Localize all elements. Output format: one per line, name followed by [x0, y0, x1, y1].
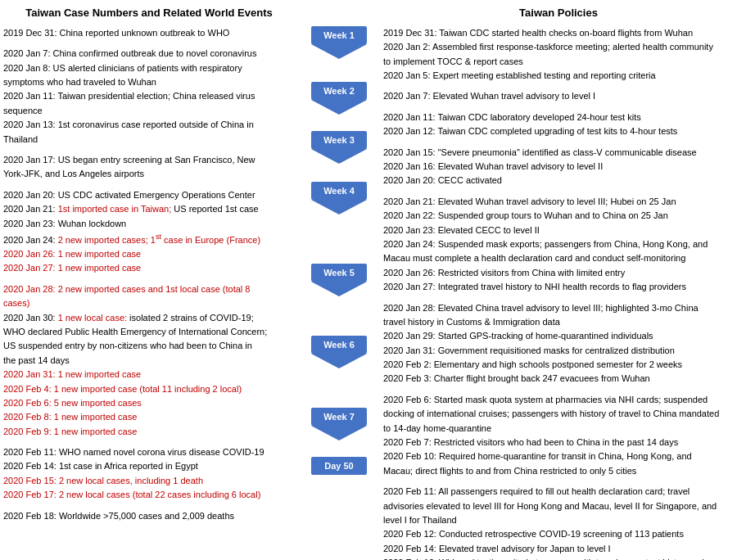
- left-s2-l2: 2020 Jan 8: US alerted clinicians of pat…: [3, 62, 295, 75]
- r8-l4: 2020 Feb 12: Conducted retrospective COV…: [383, 528, 734, 540]
- r7-l2: docking of international cruises; passen…: [383, 408, 734, 420]
- left-s6-l4: 2020 Feb 17: 2 new local cases (total 22…: [3, 489, 295, 501]
- r5-l5: Macau must complete a health declaration…: [383, 252, 734, 264]
- week-item-4: Week 4: [311, 182, 367, 215]
- right-section-4: 2020 Jan 15: "Severe pneumonia" identifi…: [383, 147, 734, 187]
- left-s2-l5: sequence: [3, 105, 295, 117]
- week-box-7: Week 7: [311, 408, 367, 426]
- left-s2-l6: 2020 Jan 13: 1st coronavirus case report…: [3, 119, 295, 131]
- r6-l2: travel history in Customs & Immigration …: [383, 316, 734, 328]
- left-title: Taiwan Case Numbers and Related World Ev…: [3, 7, 295, 20]
- r5-l6: 2020 Jan 26: Restricted visitors from Ch…: [383, 267, 734, 279]
- week-box-2: Week 2: [311, 82, 367, 100]
- arrow-1: [311, 44, 367, 59]
- r5-l1: 2020 Jan 21: Elevated Wuhan travel advis…: [383, 196, 734, 208]
- right-section-1: 2019 Dec 31: Taiwan CDC started health c…: [383, 27, 734, 83]
- r7-l6: Macau; direct flights to and from China …: [383, 465, 734, 477]
- week-item-3: Week 3: [311, 131, 367, 164]
- r8-l1: 2020 Feb 11: All passengers required to …: [383, 485, 734, 498]
- left-s6-l2: 2020 Feb 14: 1st case in Africa reported…: [3, 460, 295, 472]
- arrow-6: [311, 354, 367, 368]
- left-s5-l3: 2020 Jan 30: 1 new local case: isolated …: [3, 312, 295, 324]
- center-panel: Week 1 Week 2 Week 3 Week 4 Week 5: [298, 7, 380, 560]
- r4-l2: 2020 Jan 16: Elevated Wuhan travel advis…: [383, 160, 734, 173]
- arrow-4: [311, 200, 367, 215]
- left-section-3: 2020 Jan 17: US began entry screening at…: [3, 154, 295, 181]
- right-section-3: 2020 Jan 11: Taiwan CDC laboratory devel…: [383, 111, 734, 138]
- left-s5-l6: the past 14 days: [3, 355, 295, 367]
- red-text-1: 1st imported case in Taiwan;: [58, 204, 172, 214]
- right-section-5: 2020 Jan 21: Elevated Wuhan travel advis…: [383, 196, 734, 294]
- r5-l4: 2020 Jan 24: Suspended mask exports; pas…: [383, 238, 734, 251]
- red-text-6: cases): [3, 298, 29, 308]
- r6-l3: 2020 Jan 29: Started GPS-tracking of hom…: [383, 330, 734, 342]
- r8-l2: advisories elevated to level III for Hon…: [383, 500, 734, 513]
- r1-l2: 2020 Jan 2: Assembled first response-tas…: [383, 41, 734, 53]
- right-section-7: 2020 Feb 6: Started mask quota system at…: [383, 394, 734, 477]
- r1-l1: 2019 Dec 31: Taiwan CDC started health c…: [383, 27, 734, 39]
- right-section-8: 2020 Feb 11: All passengers required to …: [383, 485, 734, 560]
- red-text-12: 2020 Feb 9: 1 new imported case: [3, 427, 137, 436]
- left-s2-l1: 2020 Jan 7: China confirmed outbreak due…: [3, 47, 295, 60]
- r1-l3: to implement TOCC & report cases: [383, 56, 734, 68]
- red-text-4: 2020 Jan 27: 1 new imported case: [3, 263, 141, 273]
- left-s3-l2: York-JFK, and Los Angeles airports: [3, 168, 295, 180]
- left-s3-l1: 2020 Jan 17: US began entry screening at…: [3, 154, 295, 166]
- arrow-5: [311, 282, 367, 296]
- right-panel: Taiwan Policies 2019 Dec 31: Taiwan CDC …: [380, 7, 734, 560]
- red-text-5: 2020 Jan 28: 2 new imported cases and 1s…: [3, 284, 250, 294]
- left-section-5: 2020 Jan 28: 2 new imported cases and 1s…: [3, 283, 295, 438]
- r3-l1: 2020 Jan 11: Taiwan CDC laboratory devel…: [383, 111, 734, 124]
- week-item-2: Week 2: [311, 82, 367, 115]
- red-text-7: 1 new local case:: [58, 313, 127, 323]
- r2-l1: 2020 Jan 7: Elevated Wuhan travel adviso…: [383, 90, 734, 102]
- left-s1-l1: 2019 Dec 31: China reported unknown outb…: [3, 27, 295, 39]
- right-section-2: 2020 Jan 7: Elevated Wuhan travel adviso…: [383, 90, 734, 102]
- left-s4-l4: 2020 Jan 24: 2 new imported cases; 1st c…: [3, 232, 295, 246]
- week-item-6: Week 6: [311, 336, 367, 368]
- red-text-2: 2 new imported cases; 1st case in Europe…: [58, 235, 260, 245]
- arrow-3: [311, 149, 367, 164]
- day50-box: Day 50: [311, 457, 367, 475]
- left-s4-l6: 2020 Jan 27: 1 new imported case: [3, 262, 295, 274]
- r4-l1: 2020 Jan 15: "Severe pneumonia" identifi…: [383, 147, 734, 159]
- r7-l4: 2020 Feb 7: Restricted visitors who had …: [383, 436, 734, 449]
- left-s5-l10: 2020 Feb 8: 1 new imported case: [3, 411, 295, 423]
- r6-l5: 2020 Feb 2: Elementary and high schools …: [383, 359, 734, 371]
- r8-l3: level I for Thailand: [383, 514, 734, 526]
- right-title: Taiwan Policies: [383, 7, 734, 20]
- left-s4-l5: 2020 Jan 26: 1 new imported case: [3, 248, 295, 260]
- arrow-7: [311, 426, 367, 440]
- main-container: Taiwan Case Numbers and Related World Ev…: [0, 0, 737, 560]
- left-s5-l1: 2020 Jan 28: 2 new imported cases and 1s…: [3, 283, 295, 296]
- red-text-14: 2020 Feb 17: 2 new local cases (total 22…: [3, 490, 260, 499]
- left-section-6: 2020 Feb 11: WHO named novel corona viru…: [3, 446, 295, 502]
- r7-l3: to 14-day home-quarantine: [383, 422, 734, 435]
- red-text-10: 2020 Feb 6: 5 new imported cases: [3, 398, 142, 408]
- left-s4-l3: 2020 Jan 23: Wuhan lockdown: [3, 218, 295, 230]
- left-panel: Taiwan Case Numbers and Related World Ev…: [3, 7, 298, 560]
- left-s5-l8: 2020 Feb 4: 1 new imported case (total 1…: [3, 383, 295, 395]
- week-box-5: Week 5: [311, 264, 367, 282]
- left-s6-l1: 2020 Feb 11: WHO named novel corona viru…: [3, 446, 295, 458]
- left-s5-l2: cases): [3, 297, 295, 309]
- week-box-4: Week 4: [311, 182, 367, 200]
- red-text-11: 2020 Feb 8: 1 new imported case: [3, 412, 137, 422]
- left-s5-l7: 2020 Jan 31: 1 new imported case: [3, 368, 295, 381]
- left-s4-l2: 2020 Jan 21: 1st imported case in Taiwan…: [3, 203, 295, 215]
- r7-l5: 2020 Feb 10: Required home-quarantine fo…: [383, 450, 734, 463]
- r3-l2: 2020 Jan 12: Taiwan CDC completed upgrad…: [383, 125, 734, 138]
- left-s5-l5: US suspended entry by non-citizens who h…: [3, 340, 295, 352]
- left-s5-l11: 2020 Feb 9: 1 new imported case: [3, 426, 295, 438]
- r8-l5: 2020 Feb 14: Elevated travel advisory fo…: [383, 543, 734, 555]
- red-text-3: 2020 Jan 26: 1 new imported case: [3, 249, 141, 259]
- left-s2-l4: 2020 Jan 11: Taiwan presidential electio…: [3, 90, 295, 102]
- week-box-3: Week 3: [311, 131, 367, 149]
- r4-l3: 2020 Jan 20: CECC activated: [383, 174, 734, 187]
- week-box-6: Week 6: [311, 336, 367, 354]
- r6-l1: 2020 Jan 28: Elevated China travel advis…: [383, 302, 734, 314]
- left-s6-l3: 2020 Feb 15: 2 new local cases, includin…: [3, 475, 295, 487]
- week-item-7: Week 7: [311, 408, 367, 440]
- left-section-7: 2020 Feb 18: Worldwide >75,000 cases and…: [3, 510, 295, 522]
- r5-l3: 2020 Jan 23: Elevated CECC to level II: [383, 224, 734, 237]
